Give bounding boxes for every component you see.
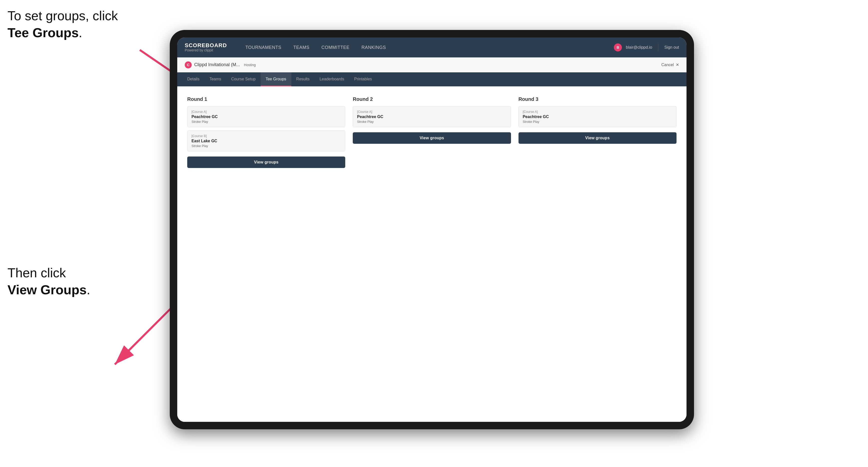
tab-bar: Details Teams Course Setup Tee Groups Re… <box>177 72 686 86</box>
round-1-course-b-name: East Lake GC <box>191 139 341 143</box>
tab-course-setup[interactable]: Course Setup <box>226 72 260 86</box>
sign-out-link[interactable]: Sign out <box>664 45 679 50</box>
round-1-course-b-label: [Course B] <box>191 134 341 138</box>
sub-header: C Clippd Invitational (M... Hosting Canc… <box>177 57 686 72</box>
round-2-title: Round 2 <box>353 96 511 102</box>
hosting-badge: Hosting <box>244 63 256 67</box>
round-3-view-groups-button[interactable]: View groups <box>519 132 677 144</box>
navbar: SCOREBOARD Powered by clippit TOURNAMENT… <box>177 37 686 57</box>
round-2-course-a-card: [Course A] Peachtree GC Stroke Play <box>353 106 511 127</box>
round-1-view-groups-button[interactable]: View groups <box>187 156 345 168</box>
tab-results[interactable]: Results <box>291 72 314 86</box>
round-1-course-b-format: Stroke Play <box>191 144 341 148</box>
main-content: Round 1 [Course A] Peachtree GC Stroke P… <box>177 86 686 422</box>
cancel-button[interactable]: Cancel <box>661 63 674 67</box>
instruction-top: To set groups, click Tee Groups. <box>7 7 118 41</box>
tab-teams[interactable]: Teams <box>205 72 226 86</box>
round-1-course-a-format: Stroke Play <box>191 120 341 124</box>
round-3-course-a-card: [Course A] Peachtree GC Stroke Play <box>519 106 677 127</box>
logo-area: SCOREBOARD Powered by clippit <box>185 43 229 52</box>
tablet-screen: SCOREBOARD Powered by clippit TOURNAMENT… <box>177 37 686 422</box>
user-email: blair@clippd.io <box>626 45 652 50</box>
round-1-course-a-name: Peachtree GC <box>191 115 341 119</box>
logo-sub: Powered by clippit <box>185 48 227 52</box>
round-2-course-a-label: [Course A] <box>357 110 506 114</box>
sub-header-icon: C <box>185 61 192 68</box>
tablet-device: SCOREBOARD Powered by clippit TOURNAMENT… <box>170 30 694 429</box>
nav-right: B blair@clippd.io Sign out <box>614 43 679 52</box>
instruction-bottom: Then click View Groups. <box>7 264 90 298</box>
round-3-course-a-label: [Course A] <box>523 110 672 114</box>
rounds-container: Round 1 [Course A] Peachtree GC Stroke P… <box>187 96 677 168</box>
nav-committee[interactable]: COMMITTEE <box>315 37 356 57</box>
sub-header-title: Clippd Invitational (M... <box>194 62 240 67</box>
nav-rankings[interactable]: RANKINGS <box>355 37 392 57</box>
tab-printables[interactable]: Printables <box>349 72 377 86</box>
round-2-view-groups-button[interactable]: View groups <box>353 132 511 144</box>
round-1-course-a-label: [Course A] <box>191 110 341 114</box>
tab-leaderboards[interactable]: Leaderboards <box>314 72 349 86</box>
nav-tournaments[interactable]: TOURNAMENTS <box>239 37 287 57</box>
logo-text: SCOREBOARD <box>185 43 227 48</box>
round-2-course-a-name: Peachtree GC <box>357 115 506 119</box>
round-1-course-b-card: [Course B] East Lake GC Stroke Play <box>187 130 345 152</box>
round-2-course-a-format: Stroke Play <box>357 120 506 124</box>
user-avatar: B <box>614 43 622 52</box>
sub-header-logo: C Clippd Invitational (M... Hosting <box>185 61 661 68</box>
round-1-column: Round 1 [Course A] Peachtree GC Stroke P… <box>187 96 345 168</box>
round-3-column: Round 3 [Course A] Peachtree GC Stroke P… <box>519 96 677 168</box>
round-1-title: Round 1 <box>187 96 345 102</box>
tab-tee-groups[interactable]: Tee Groups <box>260 72 291 86</box>
round-3-course-a-name: Peachtree GC <box>523 115 672 119</box>
cancel-x[interactable]: ✕ <box>676 62 679 67</box>
tab-details[interactable]: Details <box>182 72 205 86</box>
round-1-course-a-card: [Course A] Peachtree GC Stroke Play <box>187 106 345 127</box>
nav-links: TOURNAMENTS TEAMS COMMITTEE RANKINGS <box>239 37 614 57</box>
round-3-title: Round 3 <box>519 96 677 102</box>
round-3-course-a-format: Stroke Play <box>523 120 672 124</box>
round-2-column: Round 2 [Course A] Peachtree GC Stroke P… <box>353 96 511 168</box>
nav-teams[interactable]: TEAMS <box>287 37 315 57</box>
nav-separator <box>658 44 658 51</box>
